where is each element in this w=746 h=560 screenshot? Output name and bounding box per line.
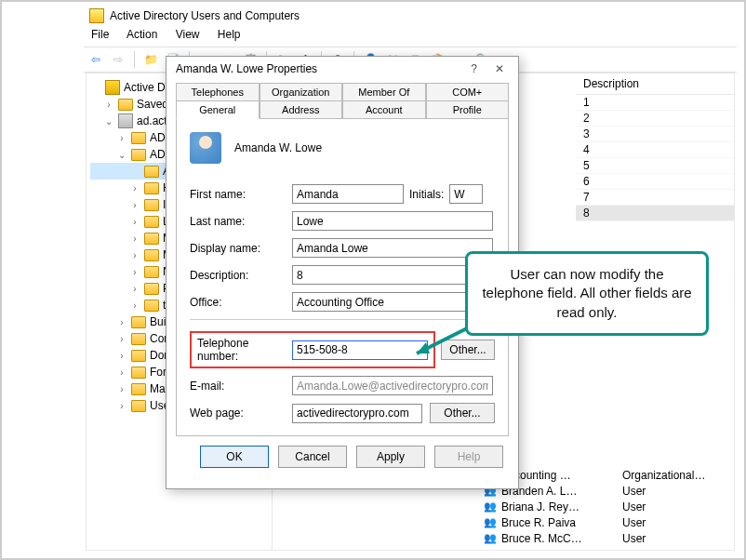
tab-address[interactable]: Address <box>260 100 343 119</box>
list-item[interactable]: Bruce R. PaivaUser <box>475 514 705 530</box>
ok-button[interactable]: OK <box>200 446 269 468</box>
email-label: E-mail: <box>190 380 286 393</box>
user-icon <box>483 500 498 513</box>
list-item[interactable]: Bruce R. McC…User <box>475 530 705 546</box>
user-icon <box>483 516 498 529</box>
user-icon <box>483 532 498 545</box>
tab-member-of[interactable]: Member Of <box>342 83 426 100</box>
folder-icon <box>131 333 146 345</box>
last-name-field <box>292 211 493 231</box>
email-field <box>292 376 493 395</box>
first-name-field <box>292 184 404 204</box>
domain-icon <box>118 113 133 128</box>
annotation-callout: User can now modify the telephone field.… <box>465 251 709 336</box>
telephone-highlight: Telephone number: <box>190 331 435 368</box>
folder-icon <box>144 199 159 211</box>
folder-icon <box>144 266 159 278</box>
telephone-field[interactable] <box>292 340 428 360</box>
tab-general[interactable]: General <box>176 100 260 119</box>
display-name-field <box>292 238 493 258</box>
description-cell: 1 <box>576 95 734 111</box>
folder-icon <box>131 132 146 144</box>
description-cell: 5 <box>576 158 734 174</box>
initials-label: Initials: <box>409 188 444 201</box>
help-icon[interactable]: ? <box>463 62 486 75</box>
help-button: Help <box>434 446 503 468</box>
description-cell: 8 <box>576 206 734 221</box>
webpage-label: Web page: <box>190 407 286 420</box>
tab-profile[interactable]: Profile <box>426 100 510 119</box>
web-other-button[interactable]: Other... <box>430 403 495 423</box>
folder-icon <box>118 99 133 111</box>
close-icon[interactable]: ✕ <box>488 62 511 75</box>
display-name-label: Display name: <box>190 242 286 255</box>
avatar-icon <box>190 132 221 164</box>
folder-icon <box>131 400 146 412</box>
description-label: Description: <box>190 269 286 282</box>
webpage-field <box>292 404 422 423</box>
tab-organization[interactable]: Organization <box>260 83 343 100</box>
last-name-label: Last name: <box>190 215 286 228</box>
folder-icon <box>144 249 159 261</box>
user-display-name: Amanda W. Lowe <box>234 141 322 154</box>
description-cell: 6 <box>576 174 734 190</box>
description-cell: 3 <box>576 127 734 142</box>
folder-icon <box>144 283 159 295</box>
description-cell: 7 <box>576 190 734 206</box>
folder-icon <box>144 166 159 178</box>
first-name-label: First name: <box>190 188 286 201</box>
tab-account[interactable]: Account <box>342 100 426 119</box>
folder-icon <box>144 182 159 194</box>
folder-icon <box>131 149 146 161</box>
folder-icon <box>131 383 146 395</box>
dialog-title: Amanda W. Lowe Properties <box>176 62 317 75</box>
description-cell: 4 <box>576 142 734 158</box>
tab-telephones[interactable]: Telephones <box>176 83 260 100</box>
description-header: Description <box>576 73 734 95</box>
tab-com+[interactable]: COM+ <box>426 83 510 100</box>
telephone-label: Telephone number: <box>197 337 286 363</box>
office-label: Office: <box>190 296 286 309</box>
folder-icon <box>131 350 146 362</box>
folder-icon <box>144 233 159 245</box>
office-field <box>292 292 493 312</box>
description-field <box>292 265 493 285</box>
folder-icon <box>144 216 159 228</box>
folder-icon <box>131 316 146 328</box>
apply-button[interactable]: Apply <box>356 446 425 468</box>
folder-icon <box>131 367 146 379</box>
initials-field <box>449 184 483 204</box>
console-root-icon <box>105 80 120 95</box>
folder-icon <box>144 300 159 312</box>
cancel-button[interactable]: Cancel <box>278 446 347 468</box>
description-cell: 2 <box>576 111 734 127</box>
list-item[interactable]: Briana J. Rey…User <box>475 499 705 514</box>
